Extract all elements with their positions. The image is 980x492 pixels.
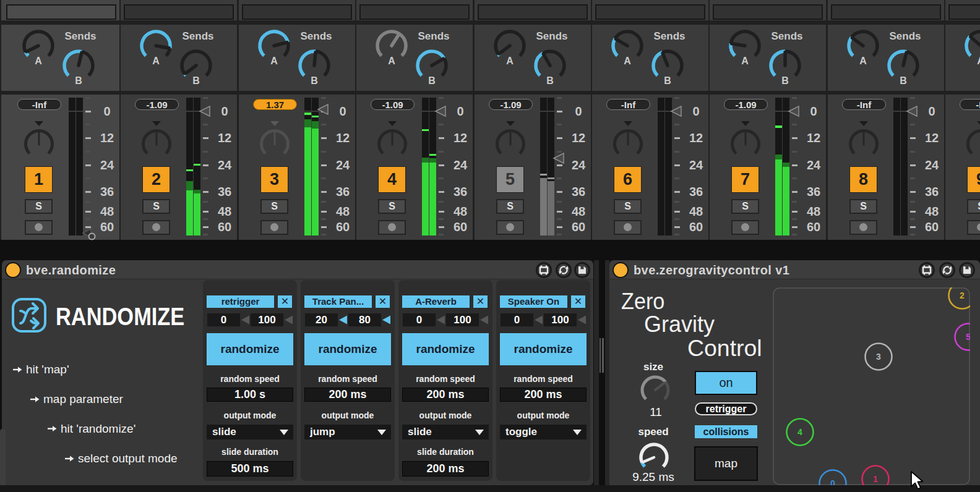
svg-text:2: 2 — [960, 291, 965, 300]
svg-text:3: 3 — [876, 352, 881, 362]
svg-text:1: 1 — [873, 474, 878, 484]
svg-text:0: 0 — [830, 478, 835, 485]
svg-text:5: 5 — [966, 332, 970, 342]
svg-text:4: 4 — [797, 427, 802, 437]
